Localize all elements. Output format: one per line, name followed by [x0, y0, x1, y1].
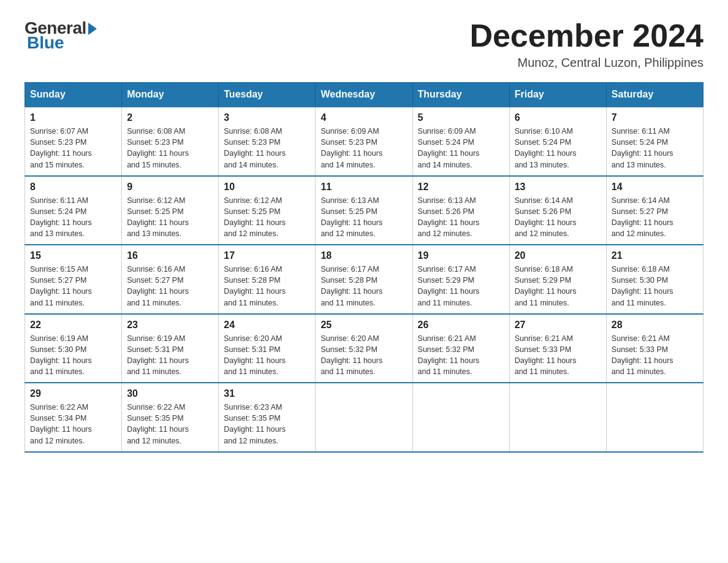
day-number: 30 — [127, 388, 213, 399]
header-friday: Friday — [509, 83, 606, 107]
day-info: Sunrise: 6:19 AMSunset: 5:31 PMDaylight:… — [127, 333, 213, 378]
calendar-cell: 11 Sunrise: 6:13 AMSunset: 5:25 PMDaylig… — [316, 176, 412, 245]
title-area: December 2024 Munoz, Central Luzon, Phil… — [469, 18, 703, 70]
day-info: Sunrise: 6:20 AMSunset: 5:31 PMDaylight:… — [224, 333, 310, 378]
header-sunday: Sunday — [25, 83, 122, 107]
day-number: 15 — [30, 250, 116, 261]
day-info: Sunrise: 6:22 AMSunset: 5:35 PMDaylight:… — [127, 402, 213, 446]
day-number: 28 — [612, 320, 698, 331]
calendar-week-1: 1 Sunrise: 6:07 AMSunset: 5:23 PMDayligh… — [25, 107, 703, 176]
header-tuesday: Tuesday — [219, 83, 316, 107]
month-title: December 2024 — [469, 18, 703, 53]
calendar-table: SundayMondayTuesdayWednesdayThursdayFrid… — [25, 82, 703, 453]
logo-blue-text: Blue — [27, 33, 64, 53]
day-info: Sunrise: 6:13 AMSunset: 5:26 PMDaylight:… — [418, 195, 504, 240]
calendar-cell: 25 Sunrise: 6:20 AMSunset: 5:32 PMDaylig… — [316, 314, 412, 383]
day-number: 31 — [224, 388, 310, 399]
day-number: 5 — [418, 112, 504, 123]
calendar-cell: 22 Sunrise: 6:19 AMSunset: 5:30 PMDaylig… — [25, 314, 122, 383]
day-info: Sunrise: 6:12 AMSunset: 5:25 PMDaylight:… — [127, 195, 213, 240]
calendar-cell: 2 Sunrise: 6:08 AMSunset: 5:23 PMDayligh… — [122, 107, 219, 176]
day-number: 1 — [30, 112, 116, 123]
calendar-cell: 20 Sunrise: 6:18 AMSunset: 5:29 PMDaylig… — [509, 245, 606, 314]
day-number: 21 — [612, 250, 698, 261]
day-info: Sunrise: 6:18 AMSunset: 5:30 PMDaylight:… — [612, 264, 698, 308]
calendar-cell: 6 Sunrise: 6:10 AMSunset: 5:24 PMDayligh… — [509, 107, 606, 176]
calendar-cell: 10 Sunrise: 6:12 AMSunset: 5:25 PMDaylig… — [219, 176, 316, 245]
calendar-cell: 8 Sunrise: 6:11 AMSunset: 5:24 PMDayligh… — [25, 176, 122, 245]
calendar-week-2: 8 Sunrise: 6:11 AMSunset: 5:24 PMDayligh… — [25, 176, 703, 245]
day-info: Sunrise: 6:20 AMSunset: 5:32 PMDaylight:… — [320, 333, 407, 378]
day-info: Sunrise: 6:19 AMSunset: 5:30 PMDaylight:… — [30, 333, 116, 378]
day-info: Sunrise: 6:12 AMSunset: 5:25 PMDaylight:… — [224, 195, 310, 240]
day-number: 10 — [224, 182, 310, 193]
day-info: Sunrise: 6:21 AMSunset: 5:33 PMDaylight:… — [612, 333, 698, 378]
calendar-cell: 12 Sunrise: 6:13 AMSunset: 5:26 PMDaylig… — [412, 176, 509, 245]
calendar-cell: 30 Sunrise: 6:22 AMSunset: 5:35 PMDaylig… — [122, 383, 219, 452]
day-info: Sunrise: 6:18 AMSunset: 5:29 PMDaylight:… — [515, 264, 601, 308]
day-info: Sunrise: 6:14 AMSunset: 5:26 PMDaylight:… — [515, 195, 601, 240]
day-info: Sunrise: 6:21 AMSunset: 5:33 PMDaylight:… — [515, 333, 601, 378]
header-saturday: Saturday — [606, 83, 703, 107]
day-number: 26 — [418, 320, 504, 331]
day-number: 2 — [127, 112, 213, 123]
day-info: Sunrise: 6:14 AMSunset: 5:27 PMDaylight:… — [612, 195, 698, 240]
day-number: 17 — [224, 250, 310, 261]
day-info: Sunrise: 6:08 AMSunset: 5:23 PMDaylight:… — [127, 126, 213, 170]
day-number: 14 — [612, 182, 698, 193]
calendar-cell: 15 Sunrise: 6:15 AMSunset: 5:27 PMDaylig… — [25, 245, 122, 314]
day-info: Sunrise: 6:16 AMSunset: 5:28 PMDaylight:… — [224, 264, 310, 308]
calendar-cell: 31 Sunrise: 6:23 AMSunset: 5:35 PMDaylig… — [219, 383, 316, 452]
day-number: 18 — [320, 250, 407, 261]
location-subtitle: Munoz, Central Luzon, Philippines — [469, 56, 703, 70]
day-number: 23 — [127, 320, 213, 331]
day-info: Sunrise: 6:09 AMSunset: 5:24 PMDaylight:… — [418, 126, 504, 170]
header-thursday: Thursday — [412, 83, 509, 107]
calendar-cell: 27 Sunrise: 6:21 AMSunset: 5:33 PMDaylig… — [509, 314, 606, 383]
calendar-cell: 24 Sunrise: 6:20 AMSunset: 5:31 PMDaylig… — [219, 314, 316, 383]
calendar-cell: 14 Sunrise: 6:14 AMSunset: 5:27 PMDaylig… — [606, 176, 703, 245]
calendar-cell: 17 Sunrise: 6:16 AMSunset: 5:28 PMDaylig… — [219, 245, 316, 314]
day-info: Sunrise: 6:17 AMSunset: 5:28 PMDaylight:… — [320, 264, 407, 308]
page-header: General Blue December 2024 Munoz, Centra… — [25, 18, 703, 70]
day-info: Sunrise: 6:22 AMSunset: 5:34 PMDaylight:… — [30, 402, 116, 446]
calendar-cell: 4 Sunrise: 6:09 AMSunset: 5:23 PMDayligh… — [316, 107, 412, 176]
calendar-cell: 21 Sunrise: 6:18 AMSunset: 5:30 PMDaylig… — [606, 245, 703, 314]
calendar-cell: 5 Sunrise: 6:09 AMSunset: 5:24 PMDayligh… — [412, 107, 509, 176]
day-number: 6 — [515, 112, 601, 123]
day-number: 7 — [612, 112, 698, 123]
day-number: 22 — [30, 320, 116, 331]
day-number: 16 — [127, 250, 213, 261]
day-info: Sunrise: 6:15 AMSunset: 5:27 PMDaylight:… — [30, 264, 116, 308]
day-number: 27 — [515, 320, 601, 331]
day-info: Sunrise: 6:10 AMSunset: 5:24 PMDaylight:… — [515, 126, 601, 170]
day-info: Sunrise: 6:11 AMSunset: 5:24 PMDaylight:… — [30, 195, 116, 240]
day-number: 25 — [320, 320, 407, 331]
calendar-cell: 19 Sunrise: 6:17 AMSunset: 5:29 PMDaylig… — [412, 245, 509, 314]
day-info: Sunrise: 6:08 AMSunset: 5:23 PMDaylight:… — [224, 126, 310, 170]
day-info: Sunrise: 6:21 AMSunset: 5:32 PMDaylight:… — [418, 333, 504, 378]
calendar-cell: 29 Sunrise: 6:22 AMSunset: 5:34 PMDaylig… — [25, 383, 122, 452]
calendar-cell: 18 Sunrise: 6:17 AMSunset: 5:28 PMDaylig… — [316, 245, 412, 314]
calendar-week-5: 29 Sunrise: 6:22 AMSunset: 5:34 PMDaylig… — [25, 383, 703, 452]
header-wednesday: Wednesday — [316, 83, 412, 107]
day-number: 9 — [127, 182, 213, 193]
logo-triangle-icon — [88, 23, 97, 35]
calendar-cell: 28 Sunrise: 6:21 AMSunset: 5:33 PMDaylig… — [606, 314, 703, 383]
logo: General Blue — [25, 18, 97, 53]
calendar-cell — [412, 383, 509, 452]
day-info: Sunrise: 6:11 AMSunset: 5:24 PMDaylight:… — [612, 126, 698, 170]
calendar-header-row: SundayMondayTuesdayWednesdayThursdayFrid… — [25, 83, 703, 107]
calendar-cell: 3 Sunrise: 6:08 AMSunset: 5:23 PMDayligh… — [219, 107, 316, 176]
day-info: Sunrise: 6:07 AMSunset: 5:23 PMDaylight:… — [30, 126, 116, 170]
day-number: 11 — [320, 182, 407, 193]
calendar-cell: 26 Sunrise: 6:21 AMSunset: 5:32 PMDaylig… — [412, 314, 509, 383]
day-info: Sunrise: 6:16 AMSunset: 5:27 PMDaylight:… — [127, 264, 213, 308]
calendar-cell — [316, 383, 412, 452]
calendar-cell: 1 Sunrise: 6:07 AMSunset: 5:23 PMDayligh… — [25, 107, 122, 176]
calendar-body: 1 Sunrise: 6:07 AMSunset: 5:23 PMDayligh… — [25, 107, 703, 452]
day-number: 20 — [515, 250, 601, 261]
day-number: 8 — [30, 182, 116, 193]
day-number: 19 — [418, 250, 504, 261]
calendar-cell — [509, 383, 606, 452]
